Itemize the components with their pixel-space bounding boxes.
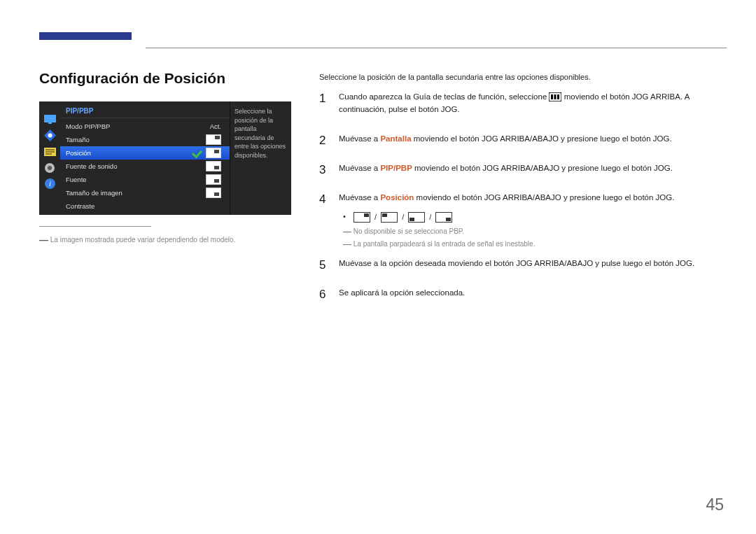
page-number: 45 <box>706 496 724 514</box>
pos-bottom-left-icon <box>408 212 425 223</box>
svg-rect-1 <box>48 122 52 124</box>
step-1: 1 Cuando aparezca la Guía de teclas de f… <box>319 90 724 116</box>
footnote-divider <box>39 226 151 227</box>
svg-rect-15 <box>557 94 559 99</box>
bullet-dot: • <box>343 212 351 220</box>
osd-item-label: Contraste <box>66 202 224 210</box>
sub-note-1-text: No disponible si se selecciona PBP. <box>354 227 464 235</box>
osd-item-modo: Modo PIP/PBP Act. <box>60 120 230 133</box>
step-body: Muévase a la opción deseada moviendo el … <box>339 256 724 274</box>
step-4-hl: Posición <box>380 193 414 202</box>
settings-icon <box>44 162 56 174</box>
osd-item-tamano: Tamaño <box>60 133 230 146</box>
step-number: 2 <box>319 132 329 150</box>
step-number: 1 <box>319 90 329 116</box>
footnote: ― La imagen mostrada puede variar depend… <box>39 234 235 245</box>
svg-text:i: i <box>48 179 50 188</box>
osd-item-fuente: Fuente <box>60 173 230 186</box>
step-number: 5 <box>319 256 329 274</box>
steps-list: 1 Cuando aparezca la Guía de teclas de f… <box>319 85 724 304</box>
svg-rect-7 <box>46 153 52 155</box>
osd-help-panel: Seleccione la posición de la pantalla se… <box>230 101 291 215</box>
osd-item-tamano-imagen: Tamaño de imagen <box>60 186 230 199</box>
step-5: 5 Muévase a la opción deseada moviendo e… <box>319 256 724 274</box>
info-icon: i <box>44 178 56 190</box>
step-2-pre: Muévase a <box>339 134 380 143</box>
step-number: 6 <box>319 286 329 304</box>
osd-item-value <box>192 161 224 171</box>
step-body: Muévase a Posición moviendo el botón JOG… <box>339 190 724 209</box>
osd-item-label: Fuente de sonido <box>66 162 192 170</box>
osd-rows: Modo PIP/PBP Act. Tamaño Posición Fuente… <box>60 118 230 213</box>
sep: / <box>402 213 404 221</box>
step-3: 3 Muévase a PIP/PBP moviendo el botón JO… <box>319 161 724 179</box>
osd-header: PIP/PBP <box>60 106 230 118</box>
svg-rect-14 <box>554 94 556 99</box>
pos-bottom-right-icon <box>435 212 452 223</box>
svg-rect-6 <box>46 151 55 153</box>
step-3-hl: PIP/PBP <box>380 164 412 172</box>
sub-note-2: ― La pantalla parpadeará si la entrada d… <box>343 239 724 249</box>
step-6: 6 Se aplicará la opción seleccionada. <box>319 286 724 304</box>
sub-note-1: ― No disponible si se selecciona PBP. <box>343 227 724 237</box>
header-accent-bar <box>39 32 132 40</box>
osd-item-value <box>192 188 224 198</box>
step-body: Se aplicará la opción seleccionada. <box>339 286 724 304</box>
step-4-post: moviendo el botón JOG ARRIBA/ABAJO y pre… <box>414 193 674 202</box>
footnote-text: La imagen mostrada puede variar dependie… <box>50 236 236 244</box>
osd-sidebar-icons: i <box>39 101 60 215</box>
step-body: Cuando aparezca la Guía de teclas de fun… <box>339 90 724 116</box>
step-body: Muévase a Pantalla moviendo el botón JOG… <box>339 132 724 150</box>
step-number: 4 <box>319 190 329 209</box>
step-2-hl: Pantalla <box>380 134 411 143</box>
osd-item-value <box>192 174 224 185</box>
osd-item-label: Fuente <box>66 176 192 183</box>
step-2-post: moviendo el botón JOG ARRIBA/ABAJO y pre… <box>412 134 672 143</box>
osd-item-value <box>192 148 224 158</box>
svg-rect-5 <box>46 149 55 150</box>
step-4-pre: Muévase a <box>339 193 380 202</box>
svg-point-3 <box>48 134 52 138</box>
osd-item-contraste: Contraste <box>60 199 230 213</box>
step-3-pre: Muévase a <box>339 164 380 172</box>
page-title: Configuración de Posición <box>39 70 225 87</box>
osd-menu-icon <box>44 146 56 157</box>
step-2: 2 Muévase a Pantalla moviendo el botón J… <box>319 132 724 150</box>
sub-note-2-text: La pantalla parpadeará si la entrada de … <box>354 240 536 248</box>
osd-item-label: Modo PIP/PBP <box>66 122 192 130</box>
menu-glyph-icon <box>549 92 561 101</box>
picture-icon <box>44 113 56 125</box>
osd-main-panel: PIP/PBP Modo PIP/PBP Act. Tamaño Posició… <box>60 101 230 215</box>
osd-item-value: Act. <box>192 122 224 130</box>
pos-top-left-icon <box>381 212 398 223</box>
svg-rect-13 <box>551 94 553 99</box>
osd-item-label: Tamaño de imagen <box>66 189 192 197</box>
osd-screenshot: i PIP/PBP Modo PIP/PBP Act. Tamaño Posic… <box>39 101 291 215</box>
pos-top-right-icon <box>354 212 370 223</box>
svg-rect-0 <box>44 115 56 122</box>
pip-icon <box>44 129 56 141</box>
position-options: • / / / <box>343 212 724 224</box>
sep: / <box>374 213 377 221</box>
osd-item-fuente-sonido: Fuente de sonido <box>60 160 230 173</box>
step-body: Muévase a PIP/PBP moviendo el botón JOG … <box>339 161 724 179</box>
step-number: 3 <box>319 161 329 179</box>
step-4: 4 Muévase a Posición moviendo el botón J… <box>319 190 724 209</box>
header-divider <box>146 48 727 48</box>
svg-point-9 <box>48 166 52 170</box>
osd-item-label: Posición <box>66 149 192 157</box>
step-3-post: moviendo el botón JOG ARRIBA/ABAJO y pre… <box>412 164 673 172</box>
intro-text: Seleccione la posición de la pantalla se… <box>319 73 724 81</box>
osd-item-label: Tamaño <box>66 136 192 143</box>
osd-item-posicion: Posición <box>60 146 230 160</box>
sep: / <box>429 213 431 221</box>
step-1-text-a: Cuando aparezca la Guía de teclas de fun… <box>339 92 549 101</box>
osd-item-value <box>192 134 224 145</box>
position-icon-row: / / / <box>354 212 452 223</box>
